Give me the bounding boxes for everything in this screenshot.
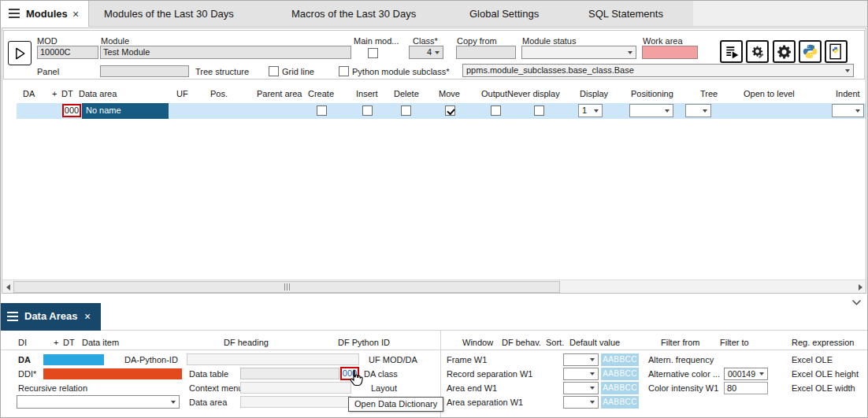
col-tree[interactable]: Tree — [700, 89, 718, 98]
area-end-dropdown[interactable] — [563, 382, 599, 394]
python-button[interactable] — [799, 40, 822, 63]
module-status-dropdown[interactable] — [521, 46, 636, 59]
row-never-display-checkbox[interactable] — [534, 105, 544, 116]
tab-modules-last-30-days[interactable]: Modules of the Last 30 Days — [104, 1, 234, 27]
row-positioning-dropdown[interactable] — [629, 104, 673, 117]
frame-w1-dropdown[interactable] — [563, 353, 599, 366]
frame-w1-color-chip[interactable]: AABBCC — [601, 353, 639, 366]
da-color-field[interactable] — [43, 354, 104, 365]
ddi-color-field[interactable] — [43, 368, 182, 379]
row-create-checkbox[interactable] — [317, 105, 327, 116]
panel-top-line — [101, 330, 868, 331]
row-display-dropdown[interactable]: 1 — [578, 104, 603, 117]
gear-edit-icon — [750, 44, 765, 59]
run-module-button[interactable] — [8, 41, 32, 65]
col-output[interactable]: Output — [481, 89, 507, 98]
record-separation-color-chip[interactable]: AABBCC — [601, 368, 639, 380]
python-subclass-checkbox[interactable] — [339, 66, 349, 76]
alternative-color-label: Alternative color ... — [648, 369, 720, 379]
col-move[interactable]: Move — [439, 89, 460, 98]
col-pos[interactable]: Pos. — [210, 89, 228, 98]
tab-data-areas[interactable]: Data Areas × — [1, 303, 101, 331]
python-subclass-dropdown[interactable]: ppms.module_subclasses.base_class.Base — [462, 64, 854, 77]
header-underline — [1, 350, 868, 350]
row-output-checkbox[interactable] — [491, 105, 501, 116]
color-intensity-field[interactable]: 80 — [724, 382, 768, 394]
panel-label: Panel — [37, 67, 59, 76]
class-dropdown[interactable]: 4 — [409, 46, 443, 59]
record-separation-dropdown[interactable] — [563, 368, 599, 380]
tab-global-settings[interactable]: Global Settings — [469, 1, 539, 27]
data-areas-menu-icon[interactable] — [7, 312, 18, 324]
col-da[interactable]: DA — [23, 89, 35, 98]
gear-icon — [777, 44, 792, 60]
python-subclass-label: Python module subclass* — [352, 67, 450, 76]
area-separation-color-chip[interactable]: AABBCC — [601, 396, 639, 409]
work-area-field[interactable] — [642, 46, 698, 59]
settings-button[interactable] — [773, 40, 796, 63]
col-insert[interactable]: Insert — [356, 89, 378, 98]
area-separation-dropdown[interactable] — [563, 396, 599, 409]
hamburger-menu-icon[interactable] — [9, 9, 20, 20]
mod-field[interactable]: 10000C — [37, 46, 98, 59]
row-delete-checkbox[interactable] — [401, 105, 411, 116]
area-end-color-chip[interactable]: AABBCC — [601, 382, 639, 394]
alternative-color-dropdown[interactable]: 000149 — [724, 368, 768, 380]
bcol-window: Window — [462, 338, 493, 347]
col-positioning[interactable]: Positioning — [631, 89, 673, 98]
col-dt[interactable]: DT — [61, 89, 73, 98]
ddi-row-label: DDI* — [18, 369, 36, 379]
row-tree-dropdown[interactable] — [685, 104, 711, 117]
data-table-label: Data table — [189, 369, 228, 379]
recursive-relation-dropdown[interactable] — [17, 395, 180, 409]
row-indent-dropdown[interactable] — [832, 104, 864, 117]
run-protocol-button[interactable] — [720, 40, 743, 63]
row-insert-checkbox[interactable] — [362, 105, 373, 116]
scrollbar-thumb[interactable] — [13, 281, 560, 293]
col-delete[interactable]: Delete — [394, 89, 419, 98]
python-file-button[interactable] — [825, 40, 848, 63]
data-areas-close-icon[interactable]: × — [84, 311, 91, 322]
close-tab-icon[interactable]: × — [72, 9, 79, 20]
col-open-to-level[interactable]: Open to level — [744, 89, 795, 98]
area-end-w1-label: Area end W1 — [447, 383, 497, 393]
panel-field[interactable] — [100, 65, 189, 77]
col-never-display[interactable]: Never display — [507, 89, 560, 98]
row-dt-cell[interactable]: 000 — [62, 104, 81, 117]
da-row-label: DA — [18, 355, 31, 364]
bcol-default-value: Default value — [569, 338, 620, 347]
work-area-label: Work area — [643, 36, 683, 46]
mod-label: MOD — [37, 36, 57, 46]
tab-macros-last-30-days[interactable]: Macros of the Last 30 Days — [291, 1, 416, 27]
tab-modules[interactable]: Modules × — [1, 1, 89, 27]
horizontal-scrollbar[interactable] — [2, 279, 866, 293]
copy-from-field[interactable] — [456, 46, 516, 59]
context-menu-field[interactable] — [240, 382, 351, 394]
bcol-di: DI — [18, 338, 27, 347]
col-plus[interactable]: + — [52, 89, 57, 98]
main-module-checkbox[interactable] — [368, 48, 378, 58]
record-separation-w1-label: Record separation W1 — [447, 369, 532, 379]
da-python-id-field[interactable] — [187, 353, 359, 365]
col-indent[interactable]: Indent — [836, 89, 860, 98]
data-areas-tab-label: Data Areas — [24, 303, 77, 330]
row-data-area-cell[interactable]: No name — [82, 103, 169, 119]
col-parent-area[interactable]: Parent area — [257, 89, 302, 98]
panel-collapse-chevron-icon[interactable] — [851, 295, 862, 309]
col-display[interactable]: Display — [580, 89, 608, 98]
data-table-field[interactable] — [240, 368, 339, 379]
module-name-field[interactable]: Test Module — [100, 46, 351, 59]
excel-ole-height-label: Excel OLE height — [792, 369, 859, 379]
class-label: Class* — [413, 36, 438, 46]
scroll-right-button[interactable] — [855, 280, 866, 294]
col-data-area[interactable]: Data area — [79, 89, 117, 98]
context-menu-label: Context menu — [189, 383, 243, 393]
grid-line-checkbox[interactable] — [269, 66, 279, 76]
tab-sql-statements[interactable]: SQL Statements — [588, 1, 663, 27]
col-create[interactable]: Create — [308, 89, 334, 98]
data-area-field[interactable] — [240, 396, 351, 408]
module-settings-edit-button[interactable] — [746, 40, 769, 63]
row-move-checkbox[interactable] — [445, 105, 455, 116]
col-uf[interactable]: UF — [176, 89, 188, 98]
scroll-left-button[interactable] — [2, 280, 13, 294]
